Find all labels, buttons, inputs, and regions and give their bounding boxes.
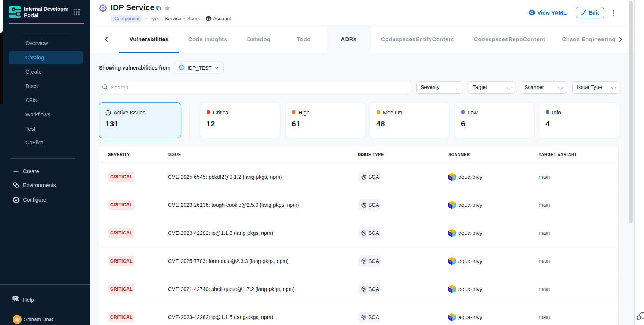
svg-text:?: ? [14, 297, 16, 300]
